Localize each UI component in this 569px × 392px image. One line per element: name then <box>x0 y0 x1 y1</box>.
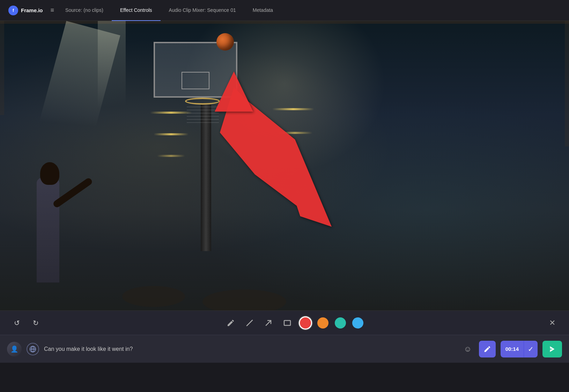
basketball-net <box>187 104 219 125</box>
fl-light-5 <box>278 132 312 134</box>
send-icon <box>548 345 556 353</box>
brush-tool-button[interactable] <box>224 317 237 329</box>
rectangle-tool-button[interactable] <box>281 317 294 329</box>
globe-svg <box>29 346 36 353</box>
fl-light-1 <box>150 112 192 114</box>
brand-logo[interactable]: f Frame.io <box>3 6 48 15</box>
rectangle-tool-icon <box>283 319 291 327</box>
person-body <box>37 178 59 282</box>
fl-light-3 <box>157 155 185 157</box>
emoji-button[interactable]: ☺ <box>461 343 474 355</box>
ceiling-beam-left <box>0 21 4 115</box>
undo-button[interactable]: ↺ <box>10 317 23 329</box>
redo-button[interactable]: ↻ <box>29 317 42 329</box>
tab-source[interactable]: Source: (no clips) <box>57 0 112 21</box>
line-tool-icon <box>245 319 254 327</box>
brand-name: Frame.io <box>21 7 43 13</box>
visibility-icon[interactable] <box>27 343 39 355</box>
toolbar-undo-redo: ↺ ↻ <box>10 317 42 329</box>
line-tool-button[interactable] <box>243 317 256 329</box>
comment-input[interactable] <box>44 346 457 352</box>
person-head <box>40 162 59 185</box>
toolbar-close: ✕ <box>546 317 559 329</box>
color-teal[interactable] <box>335 317 346 329</box>
video-container: ↺ ↻ <box>0 21 569 335</box>
timestamp-group: 00:14 ✓ <box>501 341 538 357</box>
close-toolbar-button[interactable]: ✕ <box>546 317 559 329</box>
pen-icon <box>483 345 491 353</box>
toolbar-drawing-tools <box>42 317 546 329</box>
user-avatar: 👤 <box>7 342 22 356</box>
brush-tool-icon <box>227 319 235 327</box>
confirm-timestamp-button[interactable]: ✓ <box>524 341 538 357</box>
floor-stain-1 <box>122 286 185 307</box>
annotation-toolbar: ↺ ↻ <box>0 310 569 335</box>
basketball <box>216 33 234 51</box>
arrow-tool-button[interactable] <box>262 317 275 329</box>
send-comment-button[interactable] <box>542 341 562 357</box>
timestamp-value: 00:14 <box>505 346 519 352</box>
person-silhouette <box>19 115 75 282</box>
tab-metadata[interactable]: Metadata <box>244 0 281 21</box>
video-frame: ↺ ↻ <box>0 21 569 335</box>
tab-effect-controls[interactable]: Effect Controls <box>112 0 161 21</box>
brand-icon: f <box>8 6 18 15</box>
svg-marker-8 <box>550 346 555 352</box>
backboard-inner-box <box>182 72 209 89</box>
hoop-pole <box>201 105 211 251</box>
scene-background <box>0 21 569 335</box>
basketball-rim <box>185 98 220 105</box>
tab-bar: f Frame.io ≡ Source: (no clips) Effect C… <box>0 0 569 21</box>
draw-annotation-button[interactable] <box>479 341 496 357</box>
color-blue[interactable] <box>352 317 363 329</box>
color-red[interactable] <box>300 317 311 329</box>
fl-light-4 <box>272 108 314 110</box>
svg-rect-4 <box>284 321 290 325</box>
arrow-tool-icon <box>264 319 273 327</box>
ceiling-beam-top <box>0 21 569 24</box>
fl-light-2 <box>154 133 189 135</box>
svg-line-3 <box>266 321 271 325</box>
ceiling-beam-right <box>565 21 569 146</box>
bottom-bar: 👤 ☺ 00:14 ✓ <box>0 335 569 363</box>
menu-icon[interactable]: ≡ <box>48 7 57 14</box>
svg-line-2 <box>247 320 252 326</box>
timestamp-button[interactable]: 00:14 <box>501 341 524 357</box>
tab-audio-clip-mixer[interactable]: Audio Clip Mixer: Sequence 01 <box>161 0 244 21</box>
color-orange[interactable] <box>317 317 328 329</box>
